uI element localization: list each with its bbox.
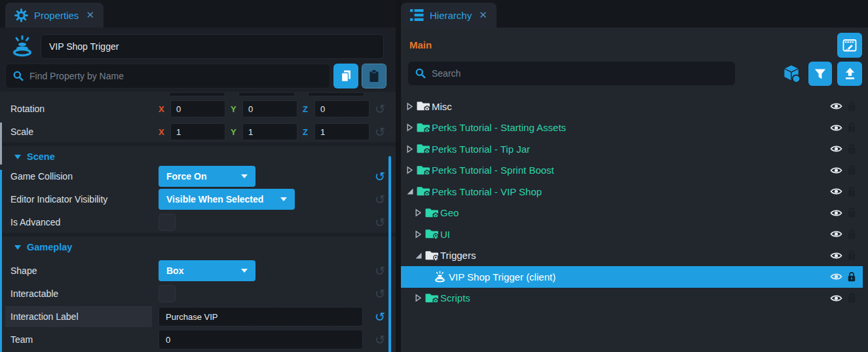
tree-item-triggers[interactable]: Triggers <box>401 245 863 267</box>
interaction-label-input[interactable] <box>159 307 363 326</box>
lock-icon[interactable] <box>847 101 856 112</box>
caret-collapsed-icon[interactable] <box>415 230 425 239</box>
folder-cube-icon <box>417 186 432 197</box>
team-input[interactable] <box>159 330 363 349</box>
eye-icon[interactable] <box>830 230 842 238</box>
folder-pin-icon <box>425 250 440 262</box>
lock-icon[interactable] <box>847 250 856 261</box>
caret-collapsed-icon[interactable] <box>415 294 425 302</box>
tree-item-perks-tutorial-sprint-boost[interactable]: Perks Tutorial - Sprint Boost <box>401 160 863 182</box>
lock-icon[interactable] <box>847 122 856 133</box>
tab-hierarchy[interactable]: Hierarchy ✕ <box>401 3 497 28</box>
reset-icon[interactable]: ↺ <box>375 193 385 206</box>
tree-item-perks-tutorial-vip-shop[interactable]: Perks Tutorial - VIP Shop <box>401 181 863 203</box>
tree-item-label: Geo <box>440 207 459 218</box>
reset-icon[interactable]: ↺ <box>375 311 385 323</box>
tree-item-ui[interactable]: UI <box>401 224 863 245</box>
chevron-down-icon <box>280 197 287 201</box>
rotation-z-input[interactable] <box>314 100 369 117</box>
caret-collapsed-icon[interactable] <box>406 123 417 132</box>
axis-x-label: X <box>159 104 168 114</box>
scale-y-input[interactable] <box>242 123 297 140</box>
folder-cube-icon <box>425 207 440 219</box>
reset-icon[interactable]: ↺ <box>375 216 385 229</box>
filter-button[interactable] <box>808 62 832 86</box>
close-icon[interactable]: ✕ <box>479 9 487 21</box>
rotation-y-input[interactable] <box>242 100 297 117</box>
tree-item-geo[interactable]: Geo <box>401 203 863 224</box>
tree-item-label: Triggers <box>440 250 476 261</box>
tree-item-label: Perks Tutorial - Tip Jar <box>432 144 530 155</box>
caret-collapsed-icon[interactable] <box>415 208 425 217</box>
eye-icon[interactable] <box>830 124 842 132</box>
caret-collapsed-icon[interactable] <box>406 166 417 174</box>
eye-icon[interactable] <box>830 102 842 110</box>
reset-icon[interactable]: ↺ <box>375 265 385 277</box>
gameplay-section-header[interactable]: Gameplay <box>0 238 396 256</box>
is-advanced-label: Is Advanced <box>10 217 159 227</box>
scene-section-header[interactable]: Scene <box>0 147 396 166</box>
reset-icon[interactable]: ↺ <box>375 126 385 138</box>
editor-indicator-dropdown[interactable]: Visible When Selected <box>159 189 295 210</box>
scale-label: Scale <box>10 127 159 137</box>
tree-item-perks-tutorial-starting-assets[interactable]: Perks Tutorial - Starting Assets <box>401 117 863 139</box>
rotation-x-input[interactable] <box>170 100 225 117</box>
caret-expanded-icon[interactable] <box>406 187 417 195</box>
eye-icon[interactable] <box>830 252 842 260</box>
eye-icon[interactable] <box>830 273 842 281</box>
tree-item-misc[interactable]: Misc <box>401 96 863 117</box>
events-button[interactable] <box>837 33 862 58</box>
shape-dropdown[interactable]: Box <box>159 260 255 281</box>
property-search-input[interactable] <box>29 71 323 81</box>
game-collision-dropdown[interactable]: Force On <box>159 166 255 187</box>
properties-scrollbar[interactable] <box>388 156 391 352</box>
tree-item-perks-tutorial-tip-jar[interactable]: Perks Tutorial - Tip Jar <box>401 138 863 160</box>
lock-icon[interactable] <box>847 229 856 240</box>
paste-properties-button[interactable] <box>362 64 387 88</box>
lock-icon[interactable] <box>847 186 856 197</box>
is-advanced-checkbox[interactable] <box>159 214 176 231</box>
dropdown-value: Box <box>166 265 233 276</box>
eye-icon[interactable] <box>830 187 842 195</box>
game-collision-label: Game Collision <box>10 171 159 182</box>
reset-icon[interactable]: ↺ <box>375 334 385 346</box>
tree-item-vip-shop-trigger-client[interactable]: VIP Shop Trigger (client) <box>401 266 863 288</box>
lock-icon[interactable] <box>847 165 856 176</box>
scale-x-input[interactable] <box>170 123 225 140</box>
hierarchy-search-input[interactable] <box>432 68 728 79</box>
rotation-row: Rotation X Y Z ↺ <box>0 98 396 119</box>
folder-cube-icon <box>417 122 432 134</box>
copy-properties-button[interactable] <box>333 64 358 88</box>
tab-properties[interactable]: Properties ✕ <box>5 3 104 28</box>
trigger-icon <box>9 33 35 60</box>
tree-item-scripts[interactable]: Scripts <box>401 288 863 309</box>
hierarchy-tabstrip: Hierarchy ✕ <box>401 0 868 28</box>
lock-icon[interactable] <box>847 144 856 155</box>
interactable-checkbox[interactable] <box>159 285 176 302</box>
shape-row: Shape Box ↺ <box>0 260 396 281</box>
reset-icon[interactable]: ↺ <box>375 170 385 183</box>
object-name-input[interactable] <box>41 34 384 59</box>
scale-z-input[interactable] <box>314 123 369 140</box>
cube-icon[interactable] <box>782 64 801 83</box>
folder-cube-icon <box>417 143 432 155</box>
eye-icon[interactable] <box>830 209 842 217</box>
reset-icon[interactable]: ↺ <box>375 288 385 300</box>
close-icon[interactable]: ✕ <box>86 9 94 21</box>
tree-item-label: Perks Tutorial - Sprint Boost <box>432 165 554 176</box>
eye-icon[interactable] <box>830 145 842 153</box>
calendar-rocket-icon <box>842 37 858 53</box>
lock-icon[interactable] <box>847 271 856 283</box>
lock-icon[interactable] <box>847 292 856 303</box>
eye-icon[interactable] <box>830 166 842 174</box>
lock-icon[interactable] <box>847 207 856 218</box>
caret-collapsed-icon[interactable] <box>406 145 417 153</box>
caret-collapsed-icon[interactable] <box>406 102 417 111</box>
eye-icon[interactable] <box>830 294 842 302</box>
upload-button[interactable] <box>837 62 862 86</box>
copy-icon <box>339 69 352 83</box>
chevron-down-icon <box>14 155 21 159</box>
reset-icon[interactable]: ↺ <box>375 103 385 115</box>
caret-expanded-icon[interactable] <box>415 252 425 260</box>
folder-cube-icon <box>417 100 432 112</box>
